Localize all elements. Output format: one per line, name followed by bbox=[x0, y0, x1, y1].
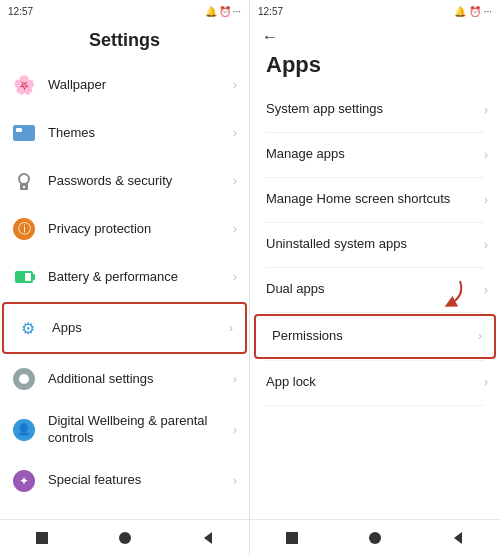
additional-icon bbox=[10, 365, 38, 393]
right-panel: 12:57 🔔 ⏰ ··· ← Apps System app settings… bbox=[250, 0, 500, 555]
additional-chevron: › bbox=[233, 372, 237, 386]
right-nav-square[interactable] bbox=[282, 528, 302, 548]
left-panel: 12:57 🔔 ⏰ ··· Settings 🌸 Wallpaper › bbox=[0, 0, 250, 555]
privacy-icon: ⓘ bbox=[10, 215, 38, 243]
right-status-bar: 12:57 🔔 ⏰ ··· bbox=[250, 0, 500, 22]
themes-icon bbox=[10, 119, 38, 147]
special-icon: ✦ bbox=[10, 467, 38, 495]
right-page-title: Apps bbox=[250, 50, 500, 88]
svg-point-4 bbox=[119, 532, 131, 544]
digital-chevron: › bbox=[233, 423, 237, 437]
system-app-settings-chevron: › bbox=[484, 103, 488, 117]
right-back-area[interactable]: ← bbox=[250, 22, 500, 50]
sidebar-item-passwords[interactable]: Passwords & security › bbox=[0, 157, 249, 205]
gear-icon: ⚙ bbox=[21, 319, 35, 338]
wallpaper-label: Wallpaper bbox=[48, 77, 229, 94]
passwords-label: Passwords & security bbox=[48, 173, 229, 190]
sidebar-item-wallpaper[interactable]: 🌸 Wallpaper › bbox=[0, 61, 249, 109]
dual-apps-chevron: › bbox=[484, 283, 488, 297]
svg-rect-2 bbox=[23, 186, 25, 188]
svg-marker-8 bbox=[454, 532, 462, 544]
right-items-container: System app settings › Manage apps › Mana… bbox=[250, 88, 500, 519]
left-bottom-nav bbox=[0, 519, 249, 555]
additional-label: Additional settings bbox=[48, 371, 229, 388]
sidebar-item-digital[interactable]: 👤 Digital Wellbeing & parental controls … bbox=[0, 403, 249, 457]
apps-icon: ⚙ bbox=[14, 314, 42, 342]
passwords-chevron: › bbox=[233, 174, 237, 188]
right-nav-circle[interactable] bbox=[365, 528, 385, 548]
right-bottom-nav bbox=[250, 519, 500, 555]
left-status-icons: 🔔 ⏰ ··· bbox=[205, 6, 241, 17]
battery-chevron: › bbox=[233, 270, 237, 284]
left-page-title: Settings bbox=[0, 22, 249, 61]
system-app-settings-label: System app settings bbox=[266, 101, 484, 118]
left-status-bar: 12:57 🔔 ⏰ ··· bbox=[0, 0, 249, 22]
right-item-system-app-settings[interactable]: System app settings › bbox=[250, 88, 500, 132]
uninstalled-label: Uninstalled system apps bbox=[266, 236, 484, 253]
battery-label: Battery & performance bbox=[48, 269, 229, 286]
right-status-icons: 🔔 ⏰ ··· bbox=[454, 6, 492, 17]
digital-icon: 👤 bbox=[10, 416, 38, 444]
settings-list: 🌸 Wallpaper › Themes › bbox=[0, 61, 249, 519]
svg-marker-5 bbox=[204, 532, 212, 544]
svg-rect-6 bbox=[286, 532, 298, 544]
apps-chevron: › bbox=[229, 321, 233, 335]
special-chevron: › bbox=[233, 474, 237, 488]
right-item-dual-apps[interactable]: Dual apps › bbox=[250, 268, 500, 312]
sidebar-item-special[interactable]: ✦ Special features › bbox=[0, 457, 249, 505]
sidebar-item-additional[interactable]: Additional settings › bbox=[0, 355, 249, 403]
right-nav-back[interactable] bbox=[448, 528, 468, 548]
app-lock-chevron: › bbox=[484, 375, 488, 389]
manage-home-label: Manage Home screen shortcuts bbox=[266, 191, 484, 208]
privacy-label: Privacy protection bbox=[48, 221, 229, 238]
left-status-time: 12:57 bbox=[8, 6, 33, 17]
privacy-chevron: › bbox=[233, 222, 237, 236]
sidebar-item-privacy[interactable]: ⓘ Privacy protection › bbox=[0, 205, 249, 253]
manage-apps-label: Manage apps bbox=[266, 146, 484, 163]
battery-icon bbox=[10, 263, 38, 291]
passwords-icon bbox=[10, 167, 38, 195]
sidebar-item-apps[interactable]: ⚙ Apps › bbox=[2, 302, 247, 354]
manage-home-chevron: › bbox=[484, 193, 488, 207]
permissions-label: Permissions bbox=[272, 328, 478, 345]
sidebar-item-themes[interactable]: Themes › bbox=[0, 109, 249, 157]
sidebar-item-battery[interactable]: Battery & performance › bbox=[0, 253, 249, 301]
permissions-chevron: › bbox=[478, 329, 482, 343]
left-nav-back[interactable] bbox=[198, 528, 218, 548]
left-nav-circle[interactable] bbox=[115, 528, 135, 548]
right-item-permissions[interactable]: Permissions › bbox=[254, 314, 496, 359]
right-item-app-lock[interactable]: App lock › bbox=[250, 361, 500, 405]
right-item-uninstalled[interactable]: Uninstalled system apps › bbox=[250, 223, 500, 267]
arrow-annotation bbox=[420, 276, 470, 311]
back-arrow-icon[interactable]: ← bbox=[262, 28, 278, 46]
left-nav-square[interactable] bbox=[32, 528, 52, 548]
right-status-time: 12:57 bbox=[258, 6, 283, 17]
app-lock-label: App lock bbox=[266, 374, 484, 391]
special-label: Special features bbox=[48, 472, 229, 489]
uninstalled-chevron: › bbox=[484, 238, 488, 252]
right-item-manage-home[interactable]: Manage Home screen shortcuts › bbox=[250, 178, 500, 222]
wallpaper-icon: 🌸 bbox=[10, 71, 38, 99]
svg-point-0 bbox=[19, 174, 29, 184]
right-item-manage-apps[interactable]: Manage apps › bbox=[250, 133, 500, 177]
wallpaper-chevron: › bbox=[233, 78, 237, 92]
manage-apps-chevron: › bbox=[484, 148, 488, 162]
themes-chevron: › bbox=[233, 126, 237, 140]
svg-rect-3 bbox=[36, 532, 48, 544]
apps-label: Apps bbox=[52, 320, 225, 337]
digital-label: Digital Wellbeing & parental controls bbox=[48, 413, 229, 447]
svg-point-7 bbox=[369, 532, 381, 544]
themes-label: Themes bbox=[48, 125, 229, 142]
